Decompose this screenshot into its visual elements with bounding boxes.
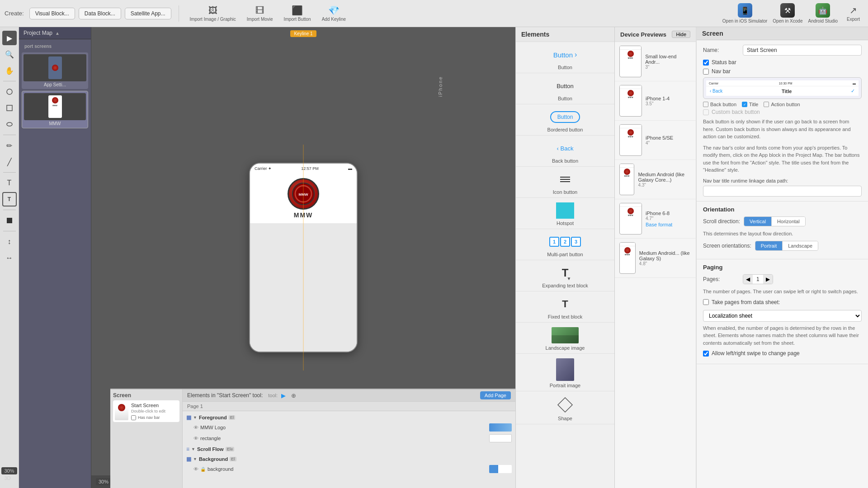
bg-vis-icon[interactable]: 👁: [193, 466, 198, 472]
nav-bar-mock: ‹ Back Title ✓: [706, 86, 859, 96]
add-keyline-button[interactable]: 💎 Add Keyline: [318, 3, 349, 23]
element-portrait-image[interactable]: Portrait image: [516, 354, 614, 391]
medium-android-thumb: MMW: [619, 164, 634, 195]
add-page-button[interactable]: Add Page: [480, 391, 511, 399]
element-button-arrow[interactable]: Button › Button: [516, 42, 614, 73]
text-tool-2[interactable]: T: [2, 192, 17, 206]
device-medium-android-s[interactable]: MMW Medium Android... (like Galaxy S) 4.…: [615, 239, 696, 278]
element-fixed-text[interactable]: T Fixed text block: [516, 291, 614, 323]
landscape-img-overlay: [552, 335, 579, 343]
circle-tool[interactable]: [2, 84, 17, 99]
landscape-option[interactable]: Landscape: [783, 241, 818, 250]
element-multipart-button[interactable]: 1 2 3 Multi-part button: [516, 229, 614, 260]
portrait-option[interactable]: Portrait: [755, 241, 783, 250]
element-bordered-button[interactable]: Button Bordered button: [516, 104, 614, 136]
open-xcode-button[interactable]: ⚒ Open in Xcode: [773, 3, 802, 23]
hide-button[interactable]: Hide: [672, 31, 690, 38]
rect-tool[interactable]: [2, 101, 17, 115]
device-iphone-68[interactable]: MMW iPhone 6-8 4.7" Base format: [615, 199, 696, 239]
tool-arrow-icon[interactable]: ▶: [281, 392, 286, 399]
status-bar-checkbox[interactable]: [703, 60, 709, 66]
pages-increment[interactable]: ▶: [763, 275, 773, 284]
visual-block-button[interactable]: Visual Block...: [29, 8, 75, 19]
export-button[interactable]: ↗ Export: [843, 3, 863, 23]
pages-decrement[interactable]: ◀: [743, 275, 753, 284]
device-iphone-14[interactable]: MMW iPhone 1-4 3.5": [615, 81, 696, 121]
device-medium-android[interactable]: MMW Medium Android (like Galaxy Core...)…: [615, 160, 696, 199]
element-button-text[interactable]: Button Button: [516, 73, 614, 104]
import-movie-button[interactable]: 🎞 Import Movie: [243, 4, 277, 23]
nav-bar-checkbox[interactable]: [703, 69, 709, 75]
foreground-group-header[interactable]: ▦ ▼ Foreground El: [184, 413, 514, 422]
scroll-flow-group-header[interactable]: ≡ ▼ Scroll Flow Ele: [184, 445, 514, 454]
runtime-path-input[interactable]: [703, 186, 862, 197]
mini-status-3: [620, 125, 642, 128]
resize-tool[interactable]: ↔: [2, 251, 17, 265]
tool-add-icon[interactable]: ⊕: [291, 392, 296, 399]
horizontal-option[interactable]: Horizontal: [772, 217, 805, 226]
satellite-app-button[interactable]: Satellite App...: [125, 8, 171, 19]
text-tool[interactable]: T: [2, 176, 17, 190]
element-diamond[interactable]: Shape: [516, 391, 614, 424]
zoom-tool[interactable]: 🔍: [2, 47, 17, 61]
line-tool[interactable]: ╱: [2, 155, 17, 169]
background-arrow: ▼: [193, 457, 197, 461]
sidebar-item-start-screen[interactable]: MMW MMW: [22, 91, 88, 128]
import-image-button[interactable]: 🖼 Import Image / Graphic: [186, 4, 240, 23]
button-text-label: Button: [558, 96, 572, 101]
bottom-screen-item[interactable]: Start Screen Double-click to edit Has na…: [113, 400, 179, 422]
vertical-option[interactable]: Vertical: [744, 217, 772, 226]
name-input[interactable]: [743, 45, 862, 56]
import-button-button[interactable]: ⬛ Import Button: [280, 3, 315, 23]
layer-mmw-logo[interactable]: 👁 MMW Logo: [184, 422, 514, 433]
move-tool[interactable]: ↕: [2, 235, 17, 249]
localization-select[interactable]: Localization sheet: [703, 310, 862, 322]
element-hotspot[interactable]: Hotspot: [516, 198, 614, 229]
start-screen-name: Start Screen: [131, 403, 165, 408]
previews-title: Device Previews: [620, 31, 666, 38]
allow-swipe-checkbox[interactable]: [703, 351, 709, 357]
rect-vis-icon[interactable]: 👁: [193, 436, 198, 441]
back-button-check[interactable]: [703, 102, 708, 107]
take-from-data-checkbox[interactable]: [703, 299, 709, 305]
has-nav-bar-checkbox[interactable]: [131, 415, 136, 420]
mini-logo-text-6: MMW: [625, 253, 630, 256]
multipart-2: 2: [560, 237, 570, 247]
toolbar-right: 📱 Open in iOS Simulator ⚒ Open in Xcode …: [722, 3, 863, 23]
hand-tool[interactable]: ✋: [2, 63, 17, 78]
layer-rectangle[interactable]: 👁 rectangle: [184, 433, 514, 444]
bg-lock-icon[interactable]: 🔒: [200, 467, 206, 472]
action-button-check[interactable]: [764, 102, 769, 107]
pen-tool[interactable]: ✏: [2, 138, 17, 153]
element-landscape-image[interactable]: Landscape image: [516, 323, 614, 354]
android-studio-button[interactable]: 🤖 Android Studio: [808, 3, 838, 23]
view-3d[interactable]: 3D: [1, 474, 17, 482]
layer-background[interactable]: 👁 🔒 background: [184, 464, 514, 474]
select-tool[interactable]: ▶: [2, 31, 17, 45]
iphone-68-name: iPhone 6-8: [646, 211, 672, 216]
sidebar-item-app-settings[interactable]: App Setti...: [22, 52, 88, 89]
zoom-percent[interactable]: 30%: [1, 467, 17, 474]
element-icon-button[interactable]: Icon button: [516, 167, 614, 198]
ios-simulator-button[interactable]: 📱 Open in iOS Simulator: [722, 3, 768, 23]
screen-thumbnail: [115, 402, 128, 420]
title-check[interactable]: ✓: [742, 102, 747, 107]
import-movie-label: Import Movie: [247, 17, 273, 22]
screen-thumb-inner: [115, 402, 128, 420]
visibility-icon[interactable]: 👁: [193, 425, 198, 430]
canvas-area[interactable]: Keyline 1 iPhone Carrier ✦ 12:57 PM ▬: [91, 27, 515, 488]
zoom-label[interactable]: 30%: [96, 478, 111, 485]
bottom-center-panel: Elements in "Start Screen" tool: tool: ▶…: [183, 389, 515, 488]
element-back-button[interactable]: ‹ Back Back button: [516, 136, 614, 167]
custom-back-checkbox[interactable]: [703, 109, 709, 115]
data-block-button[interactable]: Data Block...: [79, 8, 121, 19]
element-expanding-text[interactable]: T ▼ Expanding text block: [516, 260, 614, 291]
nav-preview-status: Carrier 10:30 PM ▬: [706, 80, 859, 86]
medium-android-s-size: 4.8": [639, 261, 691, 266]
rect-filled-tool[interactable]: [2, 213, 17, 228]
fixed-text-icon: T: [562, 298, 568, 310]
device-small-android[interactable]: MMW Small low-end Andr... 3": [615, 42, 696, 81]
background-group-header[interactable]: ▦ ▼ Background El: [184, 455, 514, 464]
oval-tool[interactable]: [2, 117, 17, 131]
device-iphone-5se[interactable]: MMW iPhone 5/SE 4": [615, 121, 696, 160]
